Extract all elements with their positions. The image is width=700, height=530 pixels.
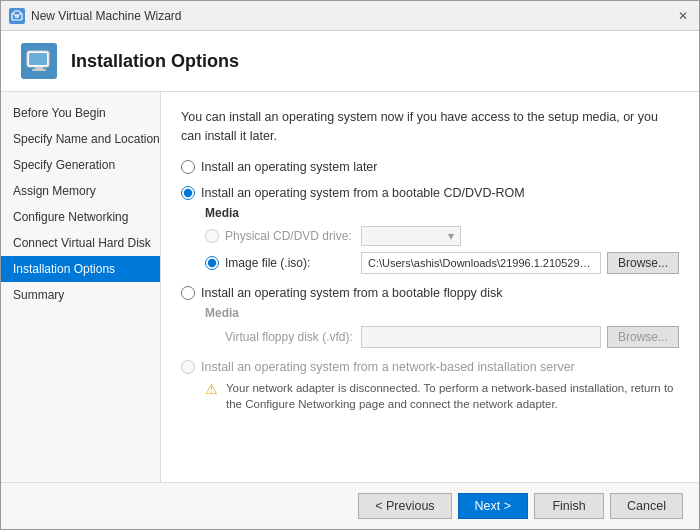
label-floppy: Install an operating system from a boota… [201,286,503,300]
label-physical-cd: Physical CD/DVD drive: [225,229,355,243]
header-icon [21,43,57,79]
physical-cd-dropdown[interactable]: ▾ [361,226,461,246]
vfd-path-input[interactable] [361,326,601,348]
radio-row-network: Install an operating system from a netwo… [181,360,679,374]
warning-box: ⚠ Your network adapter is disconnected. … [205,380,679,412]
media-label-cd: Media [205,206,679,220]
label-iso: Image file (.iso): [225,256,355,270]
media-row-physical: Physical CD/DVD drive: ▾ [205,226,679,246]
vfd-browse-button: Browse... [607,326,679,348]
content-area: Before You Begin Specify Name and Locati… [1,92,699,482]
radio-iso[interactable] [205,256,219,270]
iso-browse-button[interactable]: Browse... [607,252,679,274]
previous-button[interactable]: < Previous [358,493,451,519]
media-section-cd: Media Physical CD/DVD drive: ▾ Image fil [205,206,679,274]
media-label-floppy: Media [205,306,679,320]
radio-cd-dvd[interactable] [181,186,195,200]
option-network: Install an operating system from a netwo… [181,360,679,412]
label-cd-dvd: Install an operating system from a boota… [201,186,525,200]
radio-install-later[interactable] [181,160,195,174]
page-title: Installation Options [71,51,239,72]
sidebar-item-specify-name[interactable]: Specify Name and Location [1,126,160,152]
title-bar-text: New Virtual Machine Wizard [31,9,182,23]
iso-path-input[interactable]: C:\Users\ashis\Downloads\21996.1.210529-… [361,252,601,274]
intro-text: You can install an operating system now … [181,108,679,146]
title-bar-left: New Virtual Machine Wizard [9,8,182,24]
svg-rect-6 [32,69,46,71]
svg-rect-2 [15,15,19,18]
footer: < Previous Next > Finish Cancel [1,482,699,529]
sidebar-item-before-you-begin[interactable]: Before You Begin [1,100,160,126]
sidebar: Before You Begin Specify Name and Locati… [1,92,161,482]
warning-icon: ⚠ [205,381,218,397]
sidebar-item-assign-memory[interactable]: Assign Memory [1,178,160,204]
svg-rect-4 [29,53,47,65]
option-install-later: Install an operating system later [181,160,679,174]
label-vfd: Virtual floppy disk (.vfd): [225,330,355,344]
main-content: You can install an operating system now … [161,92,699,482]
sidebar-item-specify-generation[interactable]: Specify Generation [1,152,160,178]
warning-text: Your network adapter is disconnected. To… [226,380,679,412]
finish-button[interactable]: Finish [534,493,604,519]
window: New Virtual Machine Wizard ✕ Installatio… [0,0,700,530]
window-icon [9,8,25,24]
media-row-vfd: Virtual floppy disk (.vfd): Browse... [205,326,679,348]
header-area: Installation Options [1,31,699,92]
radio-physical-cd[interactable] [205,229,219,243]
svg-rect-1 [14,11,20,15]
svg-rect-5 [35,67,43,69]
sidebar-item-connect-hard-disk[interactable]: Connect Virtual Hard Disk [1,230,160,256]
label-install-later: Install an operating system later [201,160,377,174]
radio-row-later: Install an operating system later [181,160,679,174]
label-network: Install an operating system from a netwo… [201,360,575,374]
dropdown-arrow-icon: ▾ [448,229,454,243]
option-cd-dvd: Install an operating system from a boota… [181,186,679,274]
radio-network[interactable] [181,360,195,374]
sidebar-item-configure-networking[interactable]: Configure Networking [1,204,160,230]
radio-row-floppy: Install an operating system from a boota… [181,286,679,300]
cancel-button[interactable]: Cancel [610,493,683,519]
title-bar: New Virtual Machine Wizard ✕ [1,1,699,31]
next-button[interactable]: Next > [458,493,528,519]
close-button[interactable]: ✕ [675,8,691,24]
option-floppy: Install an operating system from a boota… [181,286,679,348]
sidebar-item-installation-options[interactable]: Installation Options [1,256,160,282]
radio-floppy[interactable] [181,286,195,300]
media-row-iso: Image file (.iso): C:\Users\ashis\Downlo… [205,252,679,274]
radio-row-cd: Install an operating system from a boota… [181,186,679,200]
sidebar-item-summary[interactable]: Summary [1,282,160,308]
media-section-floppy: Media Virtual floppy disk (.vfd): Browse… [205,306,679,348]
